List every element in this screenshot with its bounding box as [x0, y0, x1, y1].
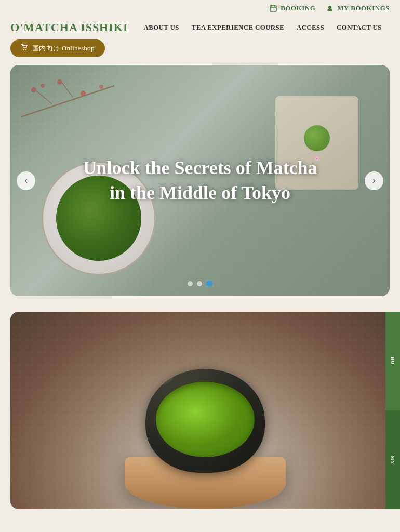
carousel-next-button[interactable]: ›	[365, 171, 383, 190]
my-bookings-label: MY BOOKINGS	[337, 4, 390, 12]
svg-point-14	[99, 85, 103, 89]
bowl-sheen	[152, 371, 175, 388]
svg-point-5	[23, 49, 24, 50]
carousel-dot-2[interactable]	[197, 281, 202, 286]
second-section: BO MY	[10, 312, 400, 509]
branch-decoration	[21, 75, 125, 127]
svg-point-10	[31, 87, 36, 92]
sidebar-booking-tab[interactable]: BO	[385, 312, 400, 410]
dark-matcha-bowl	[145, 369, 265, 473]
top-bar: BOOKING MY BOOKINGS	[0, 0, 400, 17]
cart-icon	[21, 44, 28, 53]
svg-point-11	[57, 79, 62, 85]
calendar-icon	[269, 4, 277, 12]
nav-about-us[interactable]: ABOUT US	[143, 23, 179, 32]
hero-text-block: Unlock the Secrets of Matcha in the Midd…	[48, 155, 352, 206]
hero-title: Unlock the Secrets of Matcha in the Midd…	[48, 155, 352, 206]
online-shop-button[interactable]: 国内向け Onlineshop	[10, 39, 105, 57]
nav-contact-us[interactable]: CONTACT US	[337, 23, 382, 32]
wagashi-sweet	[304, 125, 330, 151]
my-bookings-link[interactable]: MY BOOKINGS	[326, 4, 390, 12]
hands-cup-container	[117, 322, 294, 509]
nav-access[interactable]: ACCESS	[297, 23, 324, 32]
nav-header: O'MATCHA ISSHIKI ABOUT US TEA EXPERIENCE…	[0, 17, 400, 34]
user-icon	[326, 4, 334, 12]
svg-line-8	[36, 91, 52, 104]
main-nav: ABOUT US TEA EXPERIENCE COURSE ACCESS CO…	[143, 23, 390, 32]
online-shop-row: 国内向け Onlineshop	[0, 34, 400, 65]
booking-label: BOOKING	[281, 4, 315, 12]
booking-link[interactable]: BOOKING	[269, 4, 315, 12]
svg-rect-0	[270, 6, 276, 11]
sidebar-mybookings-tab[interactable]: MY	[385, 410, 400, 509]
online-shop-label: 国内向け Onlineshop	[32, 44, 95, 53]
carousel-dots	[188, 281, 212, 287]
hero-carousel: 🌸 Unlock the Secrets of Matcha in the Mi…	[10, 65, 390, 296]
svg-point-6	[25, 49, 26, 50]
nav-tea-experience[interactable]: TEA EXPERIENCE COURSE	[192, 23, 284, 32]
svg-point-12	[41, 84, 45, 88]
matcha-liquid-bowl	[156, 382, 255, 457]
carousel-background: 🌸 Unlock the Secrets of Matcha in the Mi…	[10, 65, 390, 296]
svg-line-9	[62, 83, 73, 97]
carousel-dot-3[interactable]	[206, 281, 212, 287]
svg-point-13	[81, 91, 86, 96]
site-logo[interactable]: O'MATCHA ISSHIKI	[10, 21, 128, 34]
carousel-prev-button[interactable]: ‹	[17, 171, 35, 190]
right-sidebar-tabs: BO MY	[385, 312, 400, 509]
carousel-dot-1[interactable]	[188, 281, 193, 286]
